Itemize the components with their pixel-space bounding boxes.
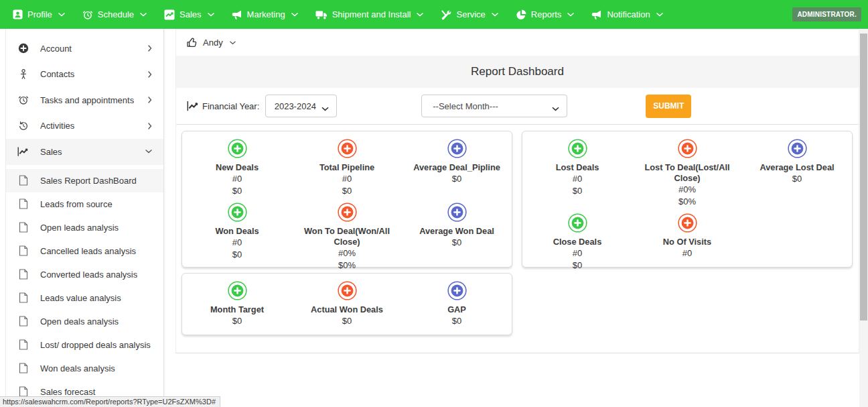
metric-amount: $0% (678, 196, 696, 208)
metric-amount: $0 (573, 259, 582, 272)
circle-plus-icon (568, 213, 587, 233)
nav-item-notification[interactable]: Notification (583, 0, 671, 29)
nav-item-profile[interactable]: Profile (4, 0, 74, 29)
chevron-down-icon (567, 13, 574, 17)
target-gap-card: Month Target $0 Actual Won Deals $0 GAP … (182, 273, 512, 335)
profile-badge-icon (13, 9, 23, 19)
metric-tile-lost-deals: Lost Deals #0 $0 (522, 139, 632, 207)
document-icon (17, 292, 29, 303)
metric-tile-no-of-visits: No Of Visits #0 (632, 213, 742, 271)
nav-item-service[interactable]: Service (432, 0, 506, 29)
chart-line-icon (17, 147, 29, 157)
nav-item-label: Profile (27, 9, 52, 19)
document-icon (17, 175, 29, 186)
submenu-item-open-deals-analysis[interactable]: Open deals analysis (6, 310, 163, 333)
sidebar-item-label: Tasks and appointments (40, 95, 134, 105)
filter-row: Financial Year: 2023-2024 --Select Month… (176, 88, 859, 125)
chevron-down-icon (140, 13, 147, 17)
nav-item-label: Schedule (98, 9, 134, 19)
metric-label: Average Won Deal (419, 226, 494, 237)
sidebar-item-sales[interactable]: Sales (6, 139, 163, 165)
sidebar-item-label: Sales (40, 147, 62, 157)
document-icon (17, 316, 29, 327)
submit-button[interactable]: SUBMIT (646, 95, 691, 118)
sidebar-item-contacts[interactable]: Contacts (6, 62, 163, 88)
nav-item-schedule[interactable]: Schedule (74, 0, 155, 29)
main-content: Andy Report Dashboard Financial Year: 20… (175, 29, 859, 353)
metric-count: #0 (232, 237, 242, 249)
chevron-down-icon (291, 13, 298, 17)
user-menu[interactable]: Andy (176, 30, 859, 56)
page-title-band: Report Dashboard (176, 56, 859, 88)
submenu-item-cancelled-leads-analysis[interactable]: Cancelled leads analysis (6, 239, 163, 263)
metric-count: #0% (678, 184, 696, 196)
plus-circle-icon (17, 43, 29, 54)
circle-plus-icon (678, 213, 697, 233)
sidebar-item-account[interactable]: Account (6, 36, 163, 62)
deals-pipeline-card: New Deals #0 $0 Total Pipeline #0 $0 Ave… (182, 131, 512, 268)
scrollbar-thumb[interactable] (860, 34, 867, 321)
metric-cards-area: New Deals #0 $0 Total Pipeline #0 $0 Ave… (176, 125, 859, 353)
sidebar-item-label: Activities (40, 121, 74, 131)
lost-close-card: Lost Deals #0 $0 Lost To Deal(Lost/All C… (522, 131, 853, 268)
circle-plus-icon (447, 202, 467, 222)
metric-label: Lost To Deal(Lost/All Close) (632, 162, 742, 184)
circle-plus-icon (568, 139, 587, 158)
metric-tile-won-to-deal: Won To Deal(Won/All Close) #0% $0% (292, 202, 402, 271)
nav-item-reports[interactable]: Reports (507, 0, 583, 29)
metric-label: Lost Deals (556, 162, 599, 173)
nav-item-shipment[interactable]: Shipment and Install (307, 0, 433, 29)
submenu-item-leads-from-source[interactable]: Leads from source (6, 192, 163, 216)
submenu-item-label: Sales Report DashBoard (40, 176, 137, 186)
document-icon (17, 222, 29, 233)
truck-icon (315, 10, 328, 19)
financial-year-select[interactable]: 2023-2024 (265, 95, 337, 117)
metric-label: Won To Deal(Won/All Close) (292, 226, 402, 247)
chevron-right-icon (148, 97, 152, 103)
submenu-item-converted-leads-analysis[interactable]: Converted leads analysis (6, 263, 163, 286)
circle-plus-icon (447, 139, 467, 158)
metric-count: #0 (232, 173, 242, 185)
submenu-item-leads-value-analysis[interactable]: Leads value analysis (6, 286, 163, 310)
circle-plus-icon (228, 202, 247, 222)
chart-line-icon (164, 9, 175, 20)
metric-label: Actual Won Deals (311, 304, 383, 315)
chevron-down-icon (552, 103, 559, 113)
chevron-down-icon (417, 13, 423, 17)
chevron-down-icon (492, 13, 498, 17)
submenu-item-label: Won deals analysis (40, 363, 115, 373)
alarm-clock-icon (17, 95, 29, 105)
submenu-item-won-deals-analysis[interactable]: Won deals analysis (6, 357, 163, 380)
submenu-item-label: Converted leads analysis (40, 270, 137, 280)
sidebar-item-tasks[interactable]: Tasks and appointments (6, 87, 163, 113)
month-select[interactable]: --Select Month--- (421, 95, 567, 117)
submenu-item-lost-dropped-deals-analysis[interactable]: Lost/ dropped deals analysis (6, 333, 163, 357)
nav-item-marketing[interactable]: Marketing (223, 0, 307, 29)
administrator-badge[interactable]: ADMINISTRATOR. (792, 7, 861, 21)
metric-label: Won Deals (215, 226, 259, 237)
financial-year-label: Financial Year: (187, 101, 259, 111)
metric-amount: $0 (342, 315, 352, 327)
metric-count: #0 (682, 247, 692, 259)
metric-label: GAP (447, 304, 466, 315)
nav-item-label: Notification (607, 9, 650, 19)
metric-tile-new-deals: New Deals #0 $0 (182, 139, 292, 196)
metric-tile-won-deals: Won Deals #0 $0 (182, 202, 292, 271)
metric-tile-month-target: Month Target $0 (182, 281, 292, 335)
metric-count: #0 (573, 247, 582, 259)
month-select-value: --Select Month--- (433, 101, 498, 111)
nav-item-label: Marketing (247, 9, 285, 19)
metric-tile-lost-to-deal: Lost To Deal(Lost/All Close) #0% $0% (632, 139, 742, 207)
metric-label: No Of Visits (663, 237, 711, 247)
metric-amount: $0 (452, 237, 461, 249)
metric-amount: $0 (232, 185, 242, 197)
chevron-down-icon (321, 103, 329, 113)
pie-chart-icon (516, 9, 526, 20)
nav-item-sales[interactable]: Sales (155, 0, 223, 29)
submenu-item-sales-report-dashboard[interactable]: Sales Report DashBoard (6, 169, 163, 192)
document-icon (17, 198, 29, 209)
submenu-item-open-leads-analysis[interactable]: Open leads analysis (6, 216, 163, 239)
metric-tile-average-deal-pipeline: Average Deal_Pipline $0 (402, 139, 512, 196)
chevron-down-icon (230, 41, 236, 45)
sidebar-item-activities[interactable]: Activities (6, 113, 163, 139)
